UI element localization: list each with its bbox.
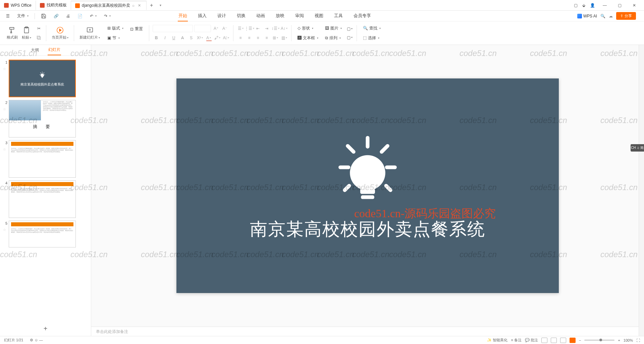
minimize-button[interactable]: —	[600, 3, 610, 8]
distribute-button[interactable]: ⊞▾	[272, 34, 279, 42]
collapse-panel-icon[interactable]: ‹	[86, 48, 88, 53]
underline-button[interactable]: U	[170, 34, 177, 42]
slideshow-view-button[interactable]	[570, 338, 576, 343]
current-slide[interactable]: code51.cn-源码乐园盗图必究 南京某高校校园外卖点餐系统	[176, 78, 559, 293]
text-direction-button[interactable]: A↕▾	[280, 25, 288, 32]
strike-button[interactable]: A̶	[179, 34, 186, 42]
star-icon[interactable]: ☆	[3, 146, 7, 151]
layout-dropdown[interactable]: ⊞ 版式▾	[105, 24, 126, 33]
increase-font-button[interactable]: A⁺	[212, 25, 220, 32]
font-size-select[interactable]	[194, 25, 211, 32]
bullets-button[interactable]: ☰▾	[237, 25, 244, 32]
slide-thumbnail-2[interactable]: 当今社会，人们的生活节奏越来越快，外卖点餐已经成为一种趋势。随着互联网技术的快速…	[9, 100, 76, 137]
hamburger-menu[interactable]: ☰	[3, 12, 12, 20]
star-icon[interactable]: ☆	[3, 186, 7, 191]
tab-tools[interactable]: 工具	[333, 11, 343, 21]
section-dropdown[interactable]: ▣ 节▾	[105, 34, 122, 42]
print-button[interactable]: 🖨	[63, 12, 73, 20]
star-icon[interactable]: ☆	[3, 66, 7, 71]
new-slide-button[interactable]: 新建幻灯片▾	[77, 26, 102, 40]
tab-start[interactable]: 开始	[178, 11, 188, 21]
tab-review[interactable]: 审阅	[294, 11, 305, 21]
copy-button[interactable]: ⿻	[35, 34, 43, 42]
cut-button[interactable]: ✂	[35, 25, 43, 32]
tab-insert[interactable]: 插入	[197, 11, 207, 21]
reading-view-button[interactable]	[560, 338, 566, 343]
arrange-dropdown[interactable]: ⧉ 排列▾	[322, 34, 343, 42]
close-window-button[interactable]: ✕	[629, 3, 639, 8]
zoom-in-button[interactable]: +	[618, 338, 620, 342]
tab-menu-dropdown[interactable]: ▾	[156, 3, 165, 7]
redo-button[interactable]: ↷▾	[101, 12, 113, 20]
close-tab-icon[interactable]: ✕	[137, 3, 142, 8]
tab-animation[interactable]: 动画	[256, 11, 266, 21]
textbox-dropdown[interactable]: 🅰 文本框▾	[295, 34, 321, 42]
wps-ai-button[interactable]: WPS AI	[577, 14, 597, 18]
fill-color-button[interactable]: ▢▾	[346, 25, 353, 33]
smart-beautify-button[interactable]: ✨ 智能美化	[487, 338, 507, 343]
normal-view-button[interactable]	[541, 338, 547, 343]
highlight-button[interactable]: 🖍▾	[214, 34, 221, 42]
shapes-dropdown[interactable]: ◇ 形状▾	[295, 24, 316, 33]
tab-view[interactable]: 视图	[314, 11, 324, 21]
line-spacing-button[interactable]: ↕☰▾	[272, 25, 279, 32]
strikethrough-button[interactable]: S	[187, 34, 195, 42]
tab-templates[interactable]: 找稻壳模板	[36, 1, 71, 10]
slide-thumbnail-5[interactable]: 当今社会，人们的生活节奏越来越快，外卖点餐已经成为一种趋势。随着互联网技术的快速…	[9, 221, 76, 247]
decrease-font-button[interactable]: A⁻	[221, 25, 228, 32]
slide-thumbnail-3[interactable]: 当今社会，人们的生活节奏越来越快，外卖点餐已经成为一种趋势。随着互联网技术的快速…	[9, 140, 76, 178]
star-icon[interactable]: ☆	[3, 227, 7, 232]
tab-slideshow[interactable]: 放映	[275, 11, 285, 21]
search-icon[interactable]: 🔍	[600, 14, 605, 18]
numbering-button[interactable]: ⋮☰▾	[246, 25, 253, 32]
undo-button[interactable]: ↶▾	[87, 12, 99, 20]
link-button[interactable]: 🔗	[51, 12, 61, 20]
star-icon[interactable]: ☆	[3, 106, 7, 111]
tab-member[interactable]: 会员专享	[353, 11, 372, 21]
format-brush-button[interactable]: 格式刷	[5, 26, 20, 40]
cube-icon[interactable]: ⬙	[582, 3, 585, 8]
align-left-button[interactable]: ≡	[237, 34, 244, 42]
superscript-button[interactable]: X²▾	[196, 34, 204, 42]
slide-thumbnail-1[interactable]: 南京某高校校园外卖点餐系统	[9, 60, 76, 97]
paste-button[interactable]: 粘贴▾	[20, 26, 33, 40]
columns-button[interactable]: ▥▾	[280, 34, 288, 42]
fit-screen-button[interactable]: ⛶	[636, 338, 640, 342]
add-tab-button[interactable]: +	[147, 2, 156, 8]
comments-toggle[interactable]: 💬 批注	[525, 338, 538, 343]
notes-toggle[interactable]: ≡ 备注	[511, 338, 521, 343]
cloud-sync-icon[interactable]: ☁	[609, 14, 613, 18]
slides-tab[interactable]: 幻灯片	[48, 45, 61, 55]
bold-button[interactable]: B	[153, 34, 160, 42]
tab-wps-home[interactable]: WPS Office	[0, 1, 36, 10]
tab-current-doc[interactable]: django南京某高校校园外卖 ○ ✕	[71, 1, 147, 10]
select-dropdown[interactable]: ⬚ 选择▾	[360, 34, 382, 42]
italic-button[interactable]: I	[161, 34, 169, 42]
decrease-indent-button[interactable]: ⇤	[254, 25, 262, 32]
font-family-select[interactable]	[153, 25, 193, 32]
align-right-button[interactable]: ≡	[254, 34, 262, 42]
ime-indicator[interactable]: CH ♫ 简	[631, 144, 644, 152]
notes-pane[interactable]: 单击此处添加备注	[91, 327, 644, 336]
find-button[interactable]: 🔍 查找▾	[360, 24, 383, 33]
align-justify-button[interactable]: ≡	[263, 34, 270, 42]
zoom-value[interactable]: 100%	[624, 338, 633, 342]
save-button[interactable]	[38, 12, 49, 20]
tab-transition[interactable]: 切换	[236, 11, 246, 21]
from-current-button[interactable]: 当页开始▾	[50, 26, 70, 40]
font-color-button[interactable]: A▾	[205, 34, 212, 42]
maximize-button[interactable]: ▢	[614, 3, 625, 8]
canvas-viewport[interactable]: code51.cn-源码乐园盗图必究 南京某高校校园外卖点餐系统	[91, 45, 644, 327]
tab-design[interactable]: 设计	[217, 11, 227, 21]
align-center-button[interactable]: ≡	[246, 34, 253, 42]
clear-format-button[interactable]: A⃠▾	[222, 34, 230, 42]
slide-thumbnail-4[interactable]: 当今社会，人们的生活节奏越来越快，外卖点餐已经成为一种趋势。随着互联网技术的快速…	[9, 180, 76, 218]
increase-indent-button[interactable]: ⇥	[263, 25, 270, 32]
window-stack-icon[interactable]: ▢	[574, 3, 578, 8]
file-menu[interactable]: 文件▾	[14, 12, 31, 20]
share-button[interactable]: ⇪ 分享	[616, 12, 636, 20]
add-slide-button[interactable]: +	[0, 322, 91, 336]
sorter-view-button[interactable]	[551, 338, 557, 343]
vertical-scrollbar[interactable]	[639, 45, 644, 336]
reset-button[interactable]: ⊡ 重置	[127, 25, 146, 33]
